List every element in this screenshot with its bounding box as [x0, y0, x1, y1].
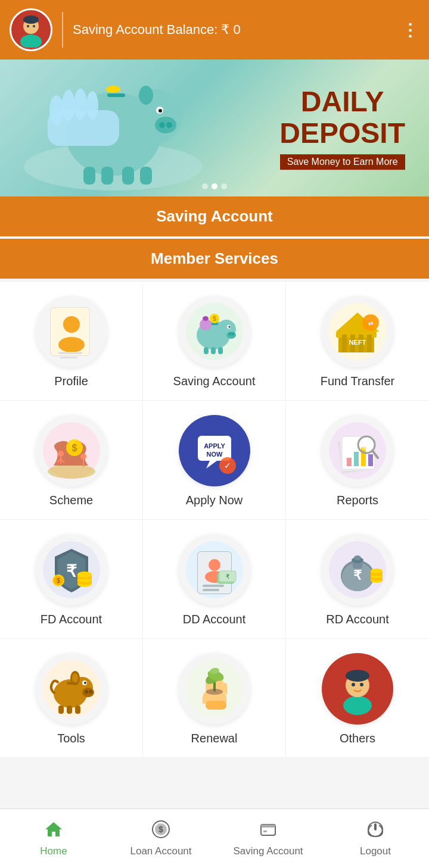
svg-point-101	[209, 559, 220, 571]
svg-rect-17	[83, 167, 95, 185]
svg-point-25	[74, 89, 87, 120]
svg-text:₹: ₹	[66, 562, 77, 580]
tools-icon-circle	[36, 653, 107, 725]
member-services-header: Member Services	[0, 239, 429, 279]
bottom-nav: Home $ Loan Account Saving Account	[0, 808, 429, 868]
svg-text:$: $	[158, 825, 163, 834]
nav-item-logout[interactable]: Logout	[322, 820, 429, 857]
nav-item-home[interactable]: Home	[0, 820, 107, 857]
svg-point-119	[371, 569, 383, 573]
service-item-dd-account[interactable]: ₹ ₹ DD Account	[143, 520, 286, 639]
rd-account-icon-circle: ₹	[322, 534, 393, 605]
reports-icon-circle	[322, 415, 393, 486]
svg-point-128	[84, 682, 86, 684]
profile-icon-circle	[36, 296, 107, 367]
svg-point-37	[228, 333, 231, 336]
svg-point-48	[203, 316, 209, 321]
svg-rect-81	[347, 458, 352, 466]
svg-rect-32	[60, 357, 77, 358]
svg-rect-132	[58, 705, 64, 714]
svg-point-68	[80, 454, 86, 460]
apply-now-icon-circle: APPLY NOW ✓	[179, 415, 250, 486]
reports-label: Reports	[337, 494, 378, 507]
svg-text:$: $	[213, 316, 216, 322]
svg-point-26	[86, 91, 98, 120]
svg-point-15	[139, 86, 153, 105]
service-item-scheme[interactable]: $ Scheme	[0, 401, 143, 520]
fd-account-label: FD Account	[41, 613, 102, 626]
nav-item-saving-account[interactable]: Saving Account	[214, 820, 322, 857]
svg-text:⇄: ⇄	[368, 320, 373, 327]
svg-point-4	[27, 25, 29, 27]
svg-rect-134	[75, 705, 80, 714]
banner: DAILY DEPOSIT Save Money to Earn More	[0, 60, 429, 196]
service-item-saving[interactable]: $ Saving Account	[143, 282, 286, 401]
svg-point-97	[77, 572, 92, 577]
banner-text: DAILY DEPOSIT Save Money to Earn More	[279, 86, 405, 170]
svg-rect-156	[374, 823, 377, 830]
avatar	[10, 8, 52, 51]
svg-point-3	[23, 15, 39, 24]
logout-icon	[366, 820, 385, 843]
svg-point-147	[360, 683, 363, 686]
svg-point-40	[228, 326, 230, 328]
banner-title-line2: DEPOSIT	[279, 118, 405, 149]
svg-rect-16	[107, 93, 125, 97]
fund-transfer-icon-circle: NEFT ⇄	[322, 296, 393, 367]
nav-item-loan[interactable]: $ Loan Account	[107, 820, 214, 857]
dd-account-label: DD Account	[183, 613, 246, 626]
svg-point-141	[206, 689, 223, 695]
svg-point-61	[48, 464, 95, 479]
svg-marker-148	[45, 822, 62, 836]
svg-rect-133	[67, 705, 72, 714]
svg-point-36	[226, 332, 236, 339]
service-item-apply-now[interactable]: APPLY NOW ✓ Apply Now	[143, 401, 286, 520]
svg-point-12	[166, 122, 172, 128]
service-item-rd-account[interactable]: ₹ RD Account	[286, 520, 429, 639]
svg-point-9	[128, 89, 182, 143]
svg-rect-18	[101, 167, 113, 185]
svg-point-64	[58, 451, 64, 457]
others-label: Others	[340, 732, 375, 745]
banner-dots	[202, 183, 227, 189]
svg-rect-84	[368, 454, 373, 466]
svg-rect-153	[261, 825, 275, 828]
svg-rect-44	[218, 347, 223, 354]
svg-point-23	[49, 95, 64, 125]
svg-point-21	[106, 86, 120, 93]
header-balance: Saving Account Balance: ₹ 0	[73, 22, 402, 38]
svg-point-11	[159, 122, 165, 128]
banner-dot-3	[221, 183, 227, 189]
renewal-icon-circle	[179, 653, 250, 725]
service-item-renewal[interactable]: Renewal	[143, 639, 286, 758]
svg-point-124	[82, 688, 94, 697]
service-item-reports[interactable]: Reports	[286, 401, 429, 520]
rd-account-label: RD Account	[326, 613, 389, 626]
svg-text:₹: ₹	[353, 568, 362, 583]
svg-text:₹: ₹	[226, 573, 229, 580]
svg-text:$: $	[72, 443, 77, 453]
loan-label: Loan Account	[130, 845, 191, 857]
profile-label: Profile	[54, 374, 88, 388]
svg-rect-82	[354, 452, 359, 466]
service-item-tools[interactable]: Tools	[0, 639, 143, 758]
svg-rect-55	[367, 335, 372, 352]
service-item-profile[interactable]: Profile	[0, 282, 143, 401]
services-grid: Profile	[0, 281, 429, 758]
header-menu-icon[interactable]: ⋮	[402, 20, 419, 40]
svg-point-145	[346, 670, 369, 682]
saving-account-nav-icon	[259, 820, 278, 843]
home-label: Home	[40, 845, 67, 857]
scheme-label: Scheme	[49, 494, 93, 507]
service-item-others[interactable]: Others	[286, 639, 429, 758]
service-item-fund-transfer[interactable]: NEFT ⇄ Fund Transfer	[286, 282, 429, 401]
saving-account-nav-label: Saving Account	[233, 845, 303, 857]
scheme-icon-circle: $	[36, 415, 107, 486]
svg-point-146	[352, 683, 355, 686]
home-icon	[44, 820, 63, 843]
svg-point-38	[231, 333, 234, 336]
banner-image	[0, 60, 226, 196]
service-item-fd-account[interactable]: ₹ $ FD Account	[0, 520, 143, 639]
svg-text:$: $	[57, 577, 60, 584]
svg-point-5	[33, 25, 35, 27]
